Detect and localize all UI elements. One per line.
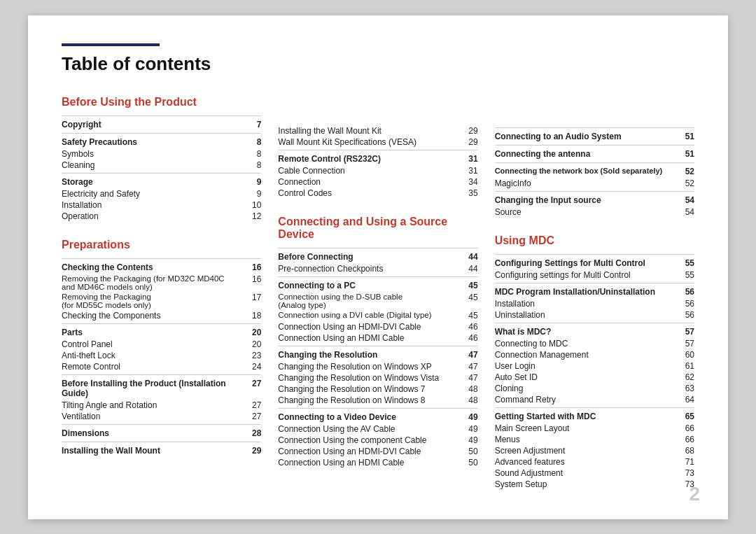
toc-entry-magicinfo: MagicInfo 52 — [495, 178, 694, 189]
entry-label: Control Panel — [62, 339, 247, 349]
entry-label: Checking the Components — [62, 311, 247, 321]
entry-label: Electricity and Safety — [62, 189, 247, 199]
entry-label: Ventilation — [62, 412, 247, 421]
entry-label: Installation — [62, 200, 247, 210]
toc-entry-dvi: Connection using a DVI cable (Digital ty… — [278, 310, 477, 321]
entry-label: Sound Adjustment — [495, 468, 680, 478]
toc-entry-mdc-installation: Installation 56 — [495, 298, 694, 309]
entry-page: 28 — [247, 428, 261, 438]
toc-entry-input-source: Changing the Input source 54 — [495, 191, 694, 206]
entry-page: 56 — [680, 287, 694, 297]
entry-label: Connection Management — [495, 350, 680, 360]
toc-entry-av-cable: Connection Using the AV Cable 49 — [278, 423, 477, 435]
entry-page: 66 — [680, 435, 694, 444]
toc-entry-removing-pkg2: Removing the Packaging(for MD55C models … — [62, 292, 261, 310]
entry-label: Main Screen Layout — [495, 423, 680, 433]
toc-entry-audio-system: Connecting to an Audio System 51 — [495, 127, 694, 143]
entry-label: Connecting to a PC — [278, 281, 463, 290]
entry-page: 27 — [247, 412, 261, 421]
entry-page: 50 — [464, 447, 478, 456]
entry-label: Uninstallation — [495, 310, 680, 320]
entry-label: User Login — [495, 361, 680, 371]
entry-label: Connection Using an HDMI Cable — [278, 333, 463, 343]
entry-label: Connection Using the component Cable — [278, 435, 463, 445]
entry-page: 47 — [464, 362, 478, 372]
column-1: Before Using the Product Copyright 7 Saf… — [62, 96, 278, 490]
toc-entry-connect-video: Connecting to a Video Device 49 — [278, 408, 477, 423]
entry-label: Connection Using the AV Cable — [278, 424, 463, 434]
entry-label: Connection Using an HDMI Cable — [278, 458, 463, 468]
toc-entry-mdc-install: MDC Program Installation/Uninstallation … — [495, 283, 694, 298]
page-title: Table of contents — [62, 53, 694, 75]
section-title-preparations: Preparations — [62, 239, 261, 251]
entry-page: 46 — [464, 322, 478, 332]
entry-label: Pre-connection Checkpoints — [278, 264, 463, 274]
entry-label: Screen Adjustment — [495, 446, 680, 456]
entry-page: 51 — [680, 132, 694, 141]
entry-page: 52 — [680, 167, 694, 176]
entry-label: Remote Control — [62, 362, 247, 372]
entry-label: Connection Using an HDMI-DVI Cable — [278, 447, 463, 456]
entry-label: Safety Precautions — [62, 137, 247, 147]
entry-label: Remote Control (RS232C) — [278, 154, 463, 164]
entry-label: Connection Using an HDMI-DVI Cable — [278, 322, 463, 332]
entry-page: 45 — [464, 311, 478, 321]
entry-label: MagicInfo — [495, 178, 680, 188]
column-3: Connecting to an Audio System 51 Connect… — [495, 96, 694, 490]
entry-page: 8 — [247, 149, 261, 159]
toc-entry-symbols: Symbols 8 — [62, 148, 261, 160]
toc-entry-source: Source 54 — [495, 206, 694, 218]
toc-entry-checking-components: Checking the Components 18 — [62, 310, 261, 321]
toc-entry-dsub: Connection using the D-SUB cable(Analog … — [278, 292, 477, 310]
entry-page: 7 — [247, 120, 261, 129]
toc-entry-removing-pkg1: Removing the Packaging (for MD32C MD40Ca… — [62, 274, 261, 292]
entry-page: 35 — [464, 188, 478, 198]
entry-label: Cloning — [495, 384, 680, 393]
entry-label: Getting Started with MDC — [495, 412, 680, 421]
toc-entry-connecting-mdc: Connecting to MDC 57 — [495, 338, 694, 349]
entry-label: Changing the Resolution on Windows Vista — [278, 373, 463, 383]
entry-page: 34 — [464, 177, 478, 187]
entry-label: Changing the Input source — [495, 195, 680, 205]
entry-page: 55 — [680, 258, 694, 268]
entry-page: 17 — [247, 293, 261, 302]
toc-entry-change-res: Changing the Resolution 47 — [278, 346, 477, 361]
entry-page: 54 — [680, 195, 694, 205]
entry-label: Parts — [62, 328, 247, 337]
toc-entry-before-connecting: Before Connecting 44 — [278, 248, 477, 263]
section-connecting-source: Connecting and Using a Source Device Bef… — [278, 216, 477, 468]
entry-label: Configuring settings for Multi Control — [495, 270, 680, 280]
toc-entry-res-vista: Changing the Resolution on Windows Vista… — [278, 372, 477, 384]
entry-page: 8 — [247, 137, 261, 147]
toc-entry-control-codes: Control Codes 35 — [278, 188, 477, 199]
toc-entry-antitheft: Anti-theft Lock 23 — [62, 350, 261, 361]
entry-label: Control Codes — [278, 188, 463, 198]
entry-page: 9 — [247, 189, 261, 199]
toc-entry-cloning: Cloning 63 — [495, 383, 694, 394]
entry-page: 48 — [464, 384, 478, 394]
toc-entry-dimensions: Dimensions 28 — [62, 424, 261, 440]
entry-label: MDC Program Installation/Uninstallation — [495, 287, 680, 297]
toc-entry-install-wall-mount: Installing the Wall Mount 29 — [62, 442, 261, 457]
toc-entry-cleaning: Cleaning 8 — [62, 160, 261, 171]
toc-entry-rs232c: Remote Control (RS232C) 31 — [278, 150, 477, 165]
entry-label: Cleaning — [62, 160, 247, 170]
entry-label: Connecting to MDC — [495, 339, 680, 349]
toc-entry-user-login: User Login 61 — [495, 360, 694, 372]
toc-entry-command-retry: Command Retry 64 — [495, 394, 694, 405]
toc-entry-before-installing: Before Installing the Product (Installat… — [62, 374, 261, 400]
toc-entry-remote: Remote Control 24 — [62, 361, 261, 372]
entry-page: 16 — [247, 262, 261, 272]
entry-label: Advanced features — [495, 457, 680, 467]
entry-label: Connecting the network box (Sold separat… — [495, 167, 680, 175]
entry-page: 47 — [464, 373, 478, 383]
entry-label: Connection — [278, 177, 463, 187]
entry-page: 50 — [464, 458, 478, 468]
toc-entry-component-cable: Connection Using the component Cable 49 — [278, 435, 477, 446]
toc-entry-antenna: Connecting the antenna 51 — [495, 145, 694, 160]
toc-entry-connection: Connection 34 — [278, 176, 477, 188]
toc-entry-connect-pc: Connecting to a PC 45 — [278, 276, 477, 292]
entry-label: Auto Set ID — [495, 372, 680, 382]
entry-label: Command Retry — [495, 395, 680, 405]
toc-entry-screen-adj: Screen Adjustment 68 — [495, 445, 694, 456]
